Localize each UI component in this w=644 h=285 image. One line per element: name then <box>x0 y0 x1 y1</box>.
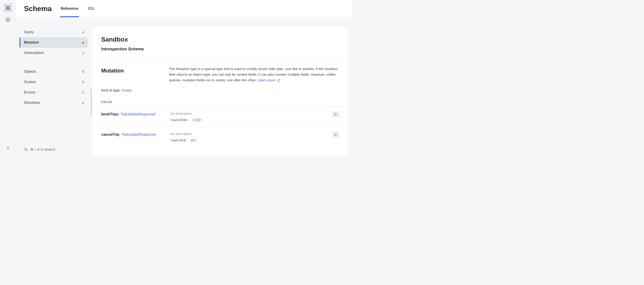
content-subtitle: Introspection Schema <box>101 47 340 51</box>
sidebar-item-objects[interactable]: Objects 9 <box>20 66 88 77</box>
content-divider <box>92 59 348 59</box>
sidebar-item-enums[interactable]: Enums 2 <box>20 87 88 98</box>
svg-marker-10 <box>8 19 8 20</box>
sidebar-item-label: Enums <box>24 90 35 94</box>
sidebar-divider <box>24 62 84 62</box>
field-argument: launchId ID! <box>170 138 340 142</box>
svg-point-0 <box>6 6 7 7</box>
svg-line-8 <box>8 8 9 9</box>
svg-line-7 <box>7 8 8 9</box>
svg-line-13 <box>278 79 280 80</box>
field-name: bookTrips <box>101 112 118 116</box>
tab-reference[interactable]: Reference <box>60 0 79 17</box>
content-title: Sandbox <box>101 36 340 43</box>
search-icon <box>24 147 28 152</box>
arg-name: launchIds <box>170 118 188 122</box>
sidebar-item-count: 5 <box>82 80 84 84</box>
svg-point-2 <box>6 9 7 10</box>
svg-point-11 <box>24 148 27 150</box>
sidebar-item-count: 4 <box>82 101 84 105</box>
schema-sidebar: Query 4 Mutation 4 Subscription 1 Object… <box>16 17 92 157</box>
explorer-nav-icon[interactable] <box>3 15 13 24</box>
sidebar-item-label: Objects <box>24 69 36 74</box>
svg-point-4 <box>8 7 8 8</box>
field-body: No description launchIds [ID]! <box>170 112 340 122</box>
tab-sdl[interactable]: SDL <box>87 0 96 17</box>
field-signature: bookTrips: TripUpdateResponse! <box>101 112 170 117</box>
field-return-type-link[interactable]: TripUpdateResponse <box>121 133 155 136</box>
learn-more-link[interactable]: Learn more <box>257 78 280 82</box>
type-description: The Mutation type is a special type that… <box>169 66 340 83</box>
search-trigger[interactable]: ⌘ + K to Search <box>20 142 88 157</box>
arg-type-link[interactable]: ID <box>194 118 198 122</box>
field-return-type-link[interactable]: TripUpdateResponse <box>120 112 154 116</box>
sidebar-scrollbar[interactable] <box>90 89 92 116</box>
svg-line-5 <box>7 7 8 7</box>
svg-point-3 <box>9 9 10 10</box>
sidebar-item-label: Mutation <box>24 40 39 44</box>
field-body: No description launchId ID! <box>170 132 340 142</box>
field-name: cancelTrip <box>101 133 119 136</box>
sidebar-item-directives[interactable]: Directives 4 <box>20 98 88 108</box>
sidebar-item-label: Scalars <box>24 80 36 84</box>
sidebar-item-count: 4 <box>82 41 84 44</box>
sidebar-item-label: Subscription <box>24 51 44 55</box>
schema-nav-icon[interactable] <box>3 3 13 13</box>
run-field-button[interactable] <box>332 111 340 117</box>
search-placeholder: ⌘ + K to Search <box>30 147 55 152</box>
sidebar-item-scalars[interactable]: Scalars 5 <box>20 77 88 87</box>
header-bar: Schema Reference SDL <box>16 0 352 17</box>
svg-line-12 <box>26 150 28 151</box>
icon-rail <box>0 0 16 157</box>
sidebar-item-count: 2 <box>82 91 84 94</box>
field-row: cancelTrip: TripUpdateResponse! No descr… <box>101 127 340 147</box>
sidebar-item-query[interactable]: Query 4 <box>20 27 88 37</box>
content-panel: Sandbox Introspection Schema Mutation Th… <box>92 27 348 157</box>
sidebar-item-count: 9 <box>82 70 84 74</box>
svg-line-6 <box>8 7 9 7</box>
sidebar-item-count: 1 <box>82 51 84 55</box>
sidebar-item-label: Directives <box>24 101 40 105</box>
arg-type: [ID]! <box>192 118 202 122</box>
fields-heading: FIELDS <box>101 100 340 104</box>
sidebar-item-subscription[interactable]: Subscription 1 <box>20 48 88 58</box>
field-description: No description <box>170 132 340 136</box>
header-tabs: Reference SDL <box>60 0 104 17</box>
arg-type: ID! <box>190 138 196 142</box>
sidebar-item-label: Query <box>24 30 34 34</box>
sidebar-item-count: 4 <box>82 30 84 34</box>
run-field-button[interactable] <box>332 131 340 138</box>
sidebar-item-mutation[interactable]: Mutation 4 <box>20 37 88 48</box>
kind-link[interactable]: Scalar <box>122 88 132 92</box>
field-signature: cancelTrip: TripUpdateResponse! <box>101 132 170 137</box>
external-link-icon <box>277 79 280 82</box>
svg-point-1 <box>9 6 10 7</box>
type-name-heading: Mutation <box>101 66 160 83</box>
expand-rail-button[interactable] <box>0 146 16 150</box>
field-row: bookTrips: TripUpdateResponse! No descri… <box>101 107 340 127</box>
field-argument: launchIds [ID]! <box>170 118 340 122</box>
svg-marker-14 <box>335 113 337 115</box>
field-description: No description <box>170 112 340 115</box>
kind-of-type: Kind of type: Scalar <box>101 88 340 92</box>
arg-type-link[interactable]: ID <box>190 138 194 142</box>
page-title: Schema <box>24 4 52 13</box>
svg-marker-15 <box>335 134 337 136</box>
arg-name: launchId <box>170 138 186 142</box>
